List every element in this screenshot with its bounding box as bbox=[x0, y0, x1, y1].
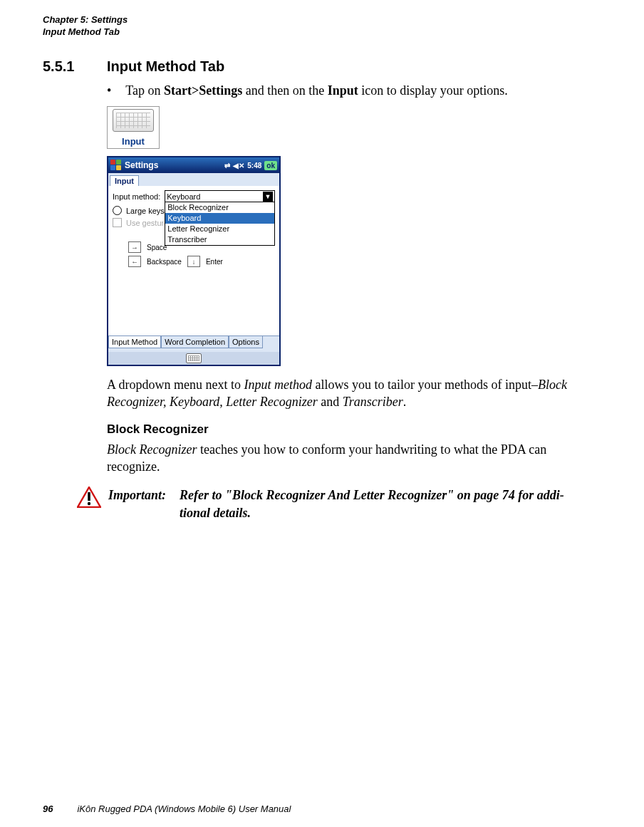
tab-word-completion[interactable]: Word Completion bbox=[161, 336, 229, 348]
bullet-text-pre: Tap on bbox=[125, 83, 164, 98]
callout-label: Important: bbox=[108, 487, 180, 504]
tab-options[interactable]: Options bbox=[229, 336, 263, 348]
intro-bullet: • Tap on Start>Settings and then on the … bbox=[107, 82, 601, 99]
input-method-row: Input method: Keyboard ▼ Block Recognize… bbox=[113, 190, 275, 203]
p1-mid2: and bbox=[318, 395, 343, 409]
page-number: 96 bbox=[43, 803, 53, 814]
device-screenshot: Settings ⇄ ◀✕ 5:48 ok Input Input method… bbox=[107, 156, 281, 366]
bullet-text-mid: and then on the bbox=[242, 83, 327, 98]
arrow-down-icon: ↓ bbox=[187, 256, 200, 267]
dropdown-option[interactable]: Letter Recognizer bbox=[165, 224, 274, 234]
p1-post: . bbox=[403, 395, 407, 409]
bullet-bold-2: Input bbox=[328, 83, 358, 98]
section-title: Input Method Tab bbox=[107, 58, 224, 75]
p2-it1: Block Recognizer bbox=[107, 442, 197, 457]
p1-it3: Transcriber bbox=[343, 395, 403, 409]
settings-panel: Input method: Keyboard ▼ Block Recognize… bbox=[108, 186, 279, 336]
input-method-label: Input method: bbox=[113, 192, 160, 201]
arrow-left-icon: ← bbox=[128, 256, 141, 267]
gesture-enter-label: Enter bbox=[206, 258, 223, 266]
gesture-backspace-row: ← Backspace ↓ Enter bbox=[128, 256, 275, 267]
gesture-backspace-label: Backspace bbox=[147, 258, 182, 266]
warning-icon bbox=[77, 487, 101, 521]
callout-text: Important:Refer to "Block Recognizer And… bbox=[108, 487, 564, 521]
paragraph-dropdown-menu: A dropdown menu next to Input method all… bbox=[107, 376, 601, 411]
large-keys-radio[interactable] bbox=[113, 206, 122, 215]
ok-button[interactable]: ok bbox=[264, 161, 277, 170]
dropdown-option[interactable]: Transcriber bbox=[165, 234, 274, 245]
section-heading: 5.5.1 Input Method Tab bbox=[43, 58, 601, 75]
use-gestures-checkbox bbox=[113, 218, 122, 227]
dropdown-option[interactable]: Block Recognizer bbox=[165, 202, 274, 213]
p1-pre: A dropdown menu next to bbox=[107, 378, 244, 392]
keyboard-icon bbox=[113, 109, 154, 132]
status-icons: ⇄ ◀✕ 5:48 ok bbox=[224, 161, 277, 170]
callout-line1: Refer to "Block Recognizer And Letter Re… bbox=[180, 488, 564, 502]
paragraph-block-recognizer: Block Recognizer teaches you how to conf… bbox=[107, 441, 601, 476]
important-callout: Important:Refer to "Block Recognizer And… bbox=[77, 487, 601, 521]
sound-icon[interactable]: ◀✕ bbox=[233, 162, 244, 170]
running-head-line1: Chapter 5: Settings bbox=[43, 14, 601, 26]
clock-time: 5:48 bbox=[247, 162, 261, 170]
svg-point-2 bbox=[88, 502, 90, 505]
subhead-block-recognizer: Block Recognizer bbox=[107, 422, 601, 437]
callout-line2: tional details. bbox=[180, 506, 251, 520]
body-indent: • Tap on Start>Settings and then on the … bbox=[107, 82, 601, 475]
bullet-bold-1: Start>Settings bbox=[164, 83, 242, 98]
top-tabstrip: Input bbox=[108, 173, 279, 186]
svg-rect-1 bbox=[88, 492, 90, 501]
running-head-line2: Input Method Tab bbox=[43, 26, 601, 38]
dropdown-option-selected[interactable]: Keyboard bbox=[165, 213, 274, 224]
gesture-space-label: Space bbox=[147, 244, 167, 251]
chevron-down-icon[interactable]: ▼ bbox=[263, 192, 273, 202]
p1-it1: Input method bbox=[244, 378, 311, 392]
bullet-text-post: icon to display your options. bbox=[358, 83, 508, 98]
sip-bar bbox=[108, 352, 279, 365]
p1-mid1: allows you to tailor your methods of inp… bbox=[312, 378, 538, 392]
window-titlebar: Settings ⇄ ◀✕ 5:48 ok bbox=[108, 157, 279, 173]
bottom-tabstrip: Input Method Word Completion Options bbox=[108, 336, 279, 352]
arrow-right-icon: → bbox=[128, 241, 141, 253]
large-keys-label: Large keys bbox=[126, 207, 165, 215]
input-icon-label: Input bbox=[108, 136, 159, 147]
tab-input[interactable]: Input bbox=[110, 175, 139, 186]
sip-keyboard-icon[interactable] bbox=[186, 353, 202, 363]
running-head: Chapter 5: Settings Input Method Tab bbox=[43, 14, 601, 38]
input-method-dropdown[interactable]: Keyboard ▼ Block Recognizer Keyboard Let… bbox=[165, 190, 275, 203]
start-flag-icon[interactable] bbox=[110, 160, 122, 171]
section-number: 5.5.1 bbox=[43, 58, 107, 75]
window-title: Settings bbox=[125, 160, 224, 170]
page-footer: 96 iKôn Rugged PDA (Windows Mobile 6) Us… bbox=[43, 803, 291, 814]
manual-title: iKôn Rugged PDA (Windows Mobile 6) User … bbox=[77, 803, 291, 814]
bullet-marker: • bbox=[107, 82, 123, 99]
input-icon-tile: Input bbox=[107, 106, 160, 149]
dropdown-list: Block Recognizer Keyboard Letter Recogni… bbox=[165, 202, 275, 246]
dropdown-selected: Keyboard bbox=[167, 192, 200, 201]
page: Chapter 5: Settings Input Method Tab 5.5… bbox=[0, 0, 644, 827]
tab-input-method[interactable]: Input Method bbox=[108, 336, 161, 348]
connectivity-icon[interactable]: ⇄ bbox=[224, 162, 230, 170]
